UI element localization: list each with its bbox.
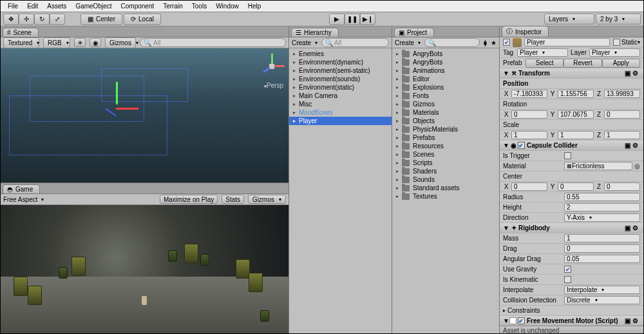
context-menu-icon[interactable]: ⚙ [632, 317, 640, 325]
help-icon[interactable]: ▣ [625, 224, 632, 232]
hierarchy-tab[interactable]: ☰Hierarchy [291, 28, 339, 37]
hierarchy-item[interactable]: ▸Misc [289, 100, 392, 108]
project-item[interactable]: ▸Textures [392, 192, 499, 201]
menu-gameobject[interactable]: GameObject [71, 1, 116, 11]
hierarchy-item[interactable]: ▸Main Camera [289, 92, 392, 100]
angular-drag-field[interactable]: 0.05 [564, 255, 640, 263]
layers-dropdown[interactable]: Layers [544, 14, 594, 25]
project-item[interactable]: ▸Explosions [392, 83, 499, 92]
position-x-field[interactable]: -7.180393 [511, 90, 547, 98]
prefab-revert-button[interactable]: Revert [564, 59, 601, 68]
hierarchy-create-dropdown[interactable]: Create [292, 39, 311, 46]
hierarchy-item[interactable]: ▸Environment(sounds) [289, 75, 392, 83]
project-item[interactable]: ▸AngryBots [392, 58, 499, 66]
move-gizmo-x[interactable] [116, 108, 138, 110]
inspector-tab[interactable]: ⓘInspector [502, 26, 549, 37]
project-filter-icon[interactable]: ⧫ [484, 39, 487, 46]
project-item[interactable]: ▸Standard assets [392, 184, 499, 192]
rgb-dropdown[interactable]: RGB [43, 37, 70, 48]
project-item[interactable]: ▸Scenes [392, 150, 499, 159]
project-tab[interactable]: ▣Project [394, 28, 434, 37]
center-y-field[interactable]: 0 [558, 182, 594, 191]
layout-dropdown[interactable]: 2 by 3 [596, 14, 641, 25]
game-viewport[interactable] [1, 205, 289, 334]
foldout-icon[interactable]: ▼ [503, 70, 509, 77]
step-button[interactable]: ▶❙ [360, 14, 375, 25]
rotate-tool[interactable]: ↻ [34, 14, 50, 25]
orientation-gizmo[interactable] [258, 52, 285, 79]
rotation-y-field[interactable]: 107.0675 [558, 110, 594, 119]
scene-tab[interactable]: #Scene [3, 28, 39, 37]
project-create-dropdown[interactable]: Create [395, 39, 414, 46]
tag-dropdown[interactable]: Player [517, 48, 568, 57]
game-tab[interactable]: ◓Game [3, 184, 40, 193]
move-gizmo-y[interactable] [116, 82, 118, 104]
is-kinematic-checkbox[interactable] [564, 276, 571, 283]
project-item[interactable]: ▸Sounds [392, 175, 499, 184]
component-enabled-checkbox[interactable]: ✔ [518, 317, 525, 324]
mass-field[interactable]: 1 [564, 234, 640, 242]
context-menu-icon[interactable]: ⚙ [632, 142, 640, 150]
object-picker-icon[interactable]: ◎ [634, 162, 640, 170]
shading-dropdown[interactable]: Textured [3, 37, 39, 48]
position-y-field[interactable]: 1.155756 [558, 90, 594, 98]
position-z-field[interactable]: 13.99893 [604, 90, 640, 98]
center-z-field[interactable]: 0 [604, 182, 640, 191]
foldout-icon[interactable]: ▼ [503, 142, 509, 149]
hierarchy-item[interactable]: ▸Environment(static) [289, 83, 392, 92]
scene-search[interactable]: 🔍All [140, 38, 286, 47]
interpolate-dropdown[interactable]: Interpolate [564, 286, 640, 294]
project-item[interactable]: ▸Prefabs [392, 133, 499, 142]
scene-audio-toggle[interactable]: ◉ [90, 38, 101, 47]
project-item[interactable]: ▸Fonts [392, 92, 499, 100]
foldout-icon[interactable]: ▼ [503, 317, 509, 324]
prefab-select-button[interactable]: Select [526, 59, 564, 68]
height-field[interactable]: 2 [564, 203, 640, 211]
scale-z-field[interactable]: 1 [604, 131, 640, 139]
project-search[interactable]: 🔍 [424, 38, 480, 47]
context-menu-icon[interactable]: ⚙ [632, 224, 640, 232]
help-icon[interactable]: ▣ [625, 142, 632, 150]
scene-gizmos-dropdown[interactable]: Gizmos [105, 37, 136, 48]
menu-assets[interactable]: Assets [43, 1, 71, 11]
pause-button[interactable]: ❚❚ [345, 14, 360, 25]
project-fav-icon[interactable]: ★ [491, 39, 497, 46]
scene-light-toggle[interactable]: ☀ [74, 38, 86, 47]
hierarchy-item[interactable]: ▸Environment(semi-static) [289, 66, 392, 75]
scale-x-field[interactable]: 1 [511, 131, 547, 139]
hierarchy-item[interactable]: ▸Enemies [289, 50, 392, 58]
handle-toggle[interactable]: ⟳Local [124, 14, 161, 25]
move-tool[interactable]: ✢ [19, 14, 34, 25]
gameobject-active-checkbox[interactable]: ✔ [503, 39, 510, 46]
maximize-toggle[interactable]: Maximize on Play [160, 195, 218, 204]
static-checkbox[interactable] [613, 39, 620, 46]
project-item[interactable]: ▸PhysicMaterials [392, 125, 499, 133]
foldout-icon[interactable]: ▸ [503, 308, 506, 313]
help-icon[interactable]: ▣ [625, 317, 632, 325]
stats-toggle[interactable]: Stats [222, 195, 244, 204]
layer-dropdown[interactable]: Player [589, 48, 640, 57]
menu-component[interactable]: Component [117, 1, 159, 11]
scene-viewport[interactable]: ◂Persp [1, 48, 289, 182]
project-item[interactable]: ▸Editor [392, 75, 499, 83]
project-item[interactable]: ▸Shaders [392, 167, 499, 175]
project-item[interactable]: ▸Objects [392, 117, 499, 125]
hierarchy-item[interactable]: ▸MoodBoxes [289, 108, 392, 117]
project-item[interactable]: ▸Animations [392, 66, 499, 75]
hierarchy-search[interactable]: 🔍All [321, 38, 389, 47]
component-enabled-checkbox[interactable]: ✔ [518, 142, 525, 149]
menu-file[interactable]: File [3, 1, 23, 11]
project-item[interactable]: ▸Scripts [392, 159, 499, 167]
menu-edit[interactable]: Edit [23, 1, 43, 11]
scale-tool[interactable]: ⤢ [50, 14, 65, 25]
project-item[interactable]: ▸Resources [392, 142, 499, 150]
prefab-apply-button[interactable]: Apply [602, 59, 640, 68]
rotation-x-field[interactable]: 0 [511, 110, 547, 119]
context-menu-icon[interactable]: ⚙ [632, 70, 640, 77]
gameobject-name-field[interactable]: Player [524, 38, 610, 46]
foldout-icon[interactable]: ▼ [503, 224, 509, 231]
collision-detection-dropdown[interactable]: Discrete [564, 296, 640, 304]
menu-terrain[interactable]: Terrain [158, 1, 187, 11]
center-x-field[interactable]: 0 [511, 182, 547, 191]
pivot-toggle[interactable]: ▦Center [80, 14, 122, 25]
